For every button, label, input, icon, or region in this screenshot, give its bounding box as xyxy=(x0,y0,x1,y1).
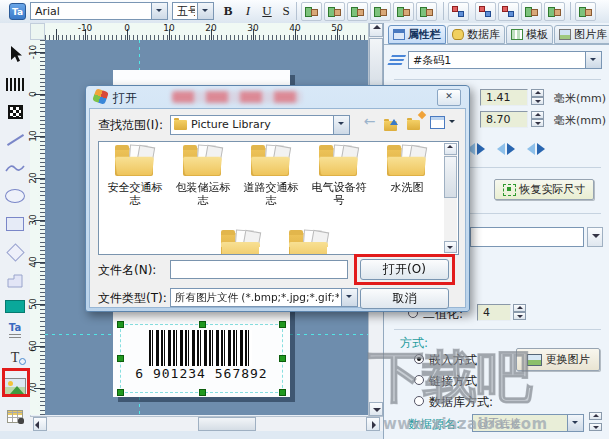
shape-tool[interactable] xyxy=(3,269,27,291)
back-icon[interactable]: ← xyxy=(360,113,379,132)
ellipse-tool[interactable] xyxy=(3,185,27,207)
align-bottom-button[interactable] xyxy=(370,2,391,21)
selection-handle[interactable] xyxy=(279,321,286,328)
strikethrough-button[interactable]: S xyxy=(277,2,295,21)
richtext-tool[interactable]: Ta xyxy=(3,319,27,341)
center-horizontal-button[interactable] xyxy=(393,2,414,21)
view-menu-icon[interactable] xyxy=(430,113,455,132)
width-input[interactable]: 1.41 xyxy=(480,89,528,106)
align-right-button[interactable] xyxy=(324,2,345,21)
barcode-object[interactable]: 6 901234 567892 xyxy=(120,324,283,393)
binarize-input[interactable]: 4 xyxy=(477,304,511,321)
canvas-horizontal-scrollbar[interactable] xyxy=(30,416,383,431)
flip-vertical-icon[interactable] xyxy=(526,141,546,155)
dialog-titlebar[interactable]: 打开 ✕ xyxy=(86,86,469,108)
new-folder-icon[interactable] xyxy=(406,113,425,132)
width-stepper[interactable] xyxy=(531,89,544,106)
object-select[interactable]: #条码1 xyxy=(408,51,602,69)
rectangle-tool[interactable] xyxy=(3,213,27,235)
option-select-dropdown[interactable] xyxy=(587,227,603,247)
filled-rect-tool[interactable] xyxy=(3,295,27,317)
space-evenly-v-button[interactable] xyxy=(498,2,519,21)
binarize-stepper[interactable] xyxy=(513,304,526,321)
mode-database-radio[interactable] xyxy=(414,396,424,406)
option-select[interactable] xyxy=(470,227,584,247)
selection-handle[interactable] xyxy=(117,389,124,396)
scroll-left-button[interactable] xyxy=(33,417,47,431)
chevron-down-icon[interactable] xyxy=(341,289,357,306)
layers-icon xyxy=(387,54,406,65)
polygon-tool[interactable] xyxy=(3,241,27,263)
selection-handle[interactable] xyxy=(117,321,124,328)
folder-item[interactable]: 水洗图 xyxy=(375,145,439,251)
datasource-select[interactable]: @不连接 xyxy=(472,414,584,432)
text-format-icon[interactable]: Ta xyxy=(9,3,26,20)
chevron-down-icon[interactable] xyxy=(197,3,213,19)
file-list-scrollbar[interactable] xyxy=(444,143,457,253)
selection-handle[interactable] xyxy=(199,389,206,396)
scroll-right-button[interactable] xyxy=(366,417,380,431)
look-in-select[interactable]: Picture Library xyxy=(170,115,350,135)
datasource-stepper[interactable] xyxy=(589,412,602,434)
scrollbar-thumb[interactable] xyxy=(444,156,457,198)
scroll-up-button[interactable] xyxy=(369,23,383,37)
cancel-button[interactable]: 取消 xyxy=(360,288,449,309)
scroll-down-button[interactable] xyxy=(369,402,383,416)
selection-handle[interactable] xyxy=(279,355,286,362)
tab-template[interactable]: 模板 xyxy=(506,25,553,44)
selection-handle[interactable] xyxy=(117,355,124,362)
scroll-up-button[interactable] xyxy=(444,143,457,155)
file-name-input[interactable] xyxy=(170,260,348,279)
chevron-down-icon[interactable] xyxy=(585,52,601,68)
selection-handle[interactable] xyxy=(279,389,286,396)
space-evenly-h-button[interactable] xyxy=(475,2,496,21)
text-tool[interactable]: T xyxy=(3,347,27,369)
restore-size-button[interactable]: 恢复实际尺寸 xyxy=(494,179,594,200)
align-left-button[interactable] xyxy=(301,2,322,21)
chevron-down-icon[interactable] xyxy=(151,3,167,19)
scrollbar-thumb[interactable] xyxy=(369,38,383,90)
underline-button[interactable]: U xyxy=(258,2,276,21)
flip-horizontal-icon[interactable] xyxy=(496,141,516,155)
line-tool[interactable] xyxy=(3,129,27,151)
table-tool[interactable] xyxy=(3,405,27,427)
tab-database[interactable]: 数据库 xyxy=(447,25,505,44)
folder-item[interactable]: 道路交通标志 xyxy=(239,145,303,251)
tab-properties[interactable]: 属性栏 xyxy=(388,25,446,44)
tab-gallery[interactable]: 图片库 xyxy=(554,25,609,44)
center-vertical-button[interactable] xyxy=(416,2,437,21)
folder-item[interactable]: 包装储运标志 xyxy=(171,145,235,251)
same-width-button[interactable] xyxy=(521,2,542,21)
replace-image-button[interactable]: 更换图片 xyxy=(516,348,600,371)
scrollbar-thumb[interactable] xyxy=(198,417,256,431)
shape-icon xyxy=(6,273,24,288)
close-icon[interactable]: ✕ xyxy=(437,89,461,106)
same-size-button[interactable] xyxy=(575,2,596,21)
same-height-button[interactable] xyxy=(544,2,565,21)
barcode-tool[interactable] xyxy=(3,73,27,95)
height-stepper[interactable] xyxy=(531,111,544,128)
chevron-down-icon[interactable] xyxy=(567,415,583,431)
file-name-label: 文件名(N): xyxy=(98,262,156,279)
selection-handle[interactable] xyxy=(199,321,206,328)
file-list[interactable]: 安全交通标志 包装储运标志 道路交通标志 电气设备符号 水洗图 xyxy=(98,141,459,255)
scroll-down-button[interactable] xyxy=(444,241,457,253)
center-in-page-button[interactable] xyxy=(448,2,469,21)
align-top-button[interactable] xyxy=(347,2,368,21)
qrcode-tool[interactable] xyxy=(3,101,27,123)
bold-button[interactable]: B xyxy=(219,2,237,21)
ellipse-icon xyxy=(5,189,25,203)
curve-tool[interactable] xyxy=(3,157,27,179)
folder-item[interactable]: 安全交通标志 xyxy=(103,145,167,251)
chevron-down-icon[interactable] xyxy=(333,116,349,134)
font-family-select[interactable]: Arial xyxy=(30,2,168,20)
file-type-select[interactable]: 所有图片文件 (*.bmp;*.jpg;*.gif;*.png xyxy=(170,288,358,307)
folder-item[interactable]: 电气设备符号 xyxy=(307,145,371,251)
mode-link-radio[interactable] xyxy=(414,375,424,385)
mode-embed-radio[interactable] xyxy=(414,354,424,364)
height-input[interactable]: 8.70 xyxy=(480,111,528,128)
font-size-select[interactable]: 五号 xyxy=(172,2,214,20)
italic-button[interactable]: I xyxy=(239,2,257,21)
select-tool[interactable] xyxy=(3,43,27,65)
up-folder-icon[interactable] xyxy=(383,113,402,132)
